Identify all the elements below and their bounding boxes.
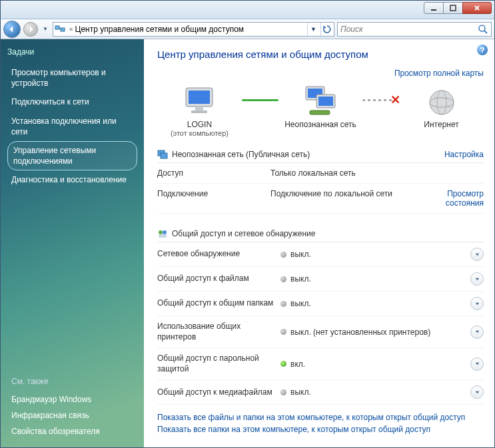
full-map-link[interactable]: Просмотр полной карты — [394, 69, 484, 78]
network-status-icon — [157, 149, 168, 160]
svg-point-4 — [479, 25, 485, 31]
sharing-header-text: Общий доступ и сетевое обнаружение — [172, 229, 315, 238]
breadcrumb-prefix: « — [67, 25, 75, 33]
help-icon[interactable]: ? — [477, 45, 488, 55]
node-internet-name: Интернет — [399, 120, 484, 129]
status-dot-icon — [280, 276, 286, 282]
see-also-firewall[interactable]: Брандмауэр Windows — [7, 391, 137, 407]
svg-rect-6 — [189, 91, 210, 104]
see-also-internet-options[interactable]: Свойства обозревателя — [7, 423, 137, 439]
sharing-setting-value: выкл. — [280, 250, 470, 259]
expand-button[interactable] — [470, 326, 484, 339]
connection-internet: ✕ — [362, 83, 399, 117]
recent-dropdown[interactable]: ▼ — [41, 22, 50, 37]
sharing-status-text: выкл. — [290, 250, 311, 259]
search-box[interactable] — [337, 22, 492, 37]
network-name: Неопознанная сеть (Публичная сеть) — [172, 150, 310, 159]
navigation-bar: ▼ « Центр управления сетями и общим дост… — [1, 19, 494, 39]
node-internet: Интернет — [399, 83, 484, 129]
task-view-computers[interactable]: Просмотр компьютеров и устройств — [7, 63, 137, 93]
task-setup-connection[interactable]: Установка подключения или сети — [7, 112, 137, 141]
back-button[interactable] — [3, 21, 21, 38]
sharing-row: Общий доступ с парольной защитойвкл. — [157, 348, 484, 380]
sharing-setting-value: выкл. — [280, 387, 470, 397]
show-shared-folders-link[interactable]: Показать все папки на этом компьютере, к… — [157, 425, 430, 434]
sharing-section-header: Общий доступ и сетевое обнаружение — [157, 226, 484, 242]
computer-icon — [182, 85, 217, 117]
sharing-status-text: выкл. — [290, 274, 311, 284]
sharing-row: Общий доступ к медиафайламвыкл. — [157, 380, 484, 405]
footer-links: Показать все файлы и папки на этом компь… — [157, 413, 484, 434]
access-value: Только локальная сеть — [270, 168, 430, 178]
sharing-row: Общий доступ к общим папкамвыкл. — [157, 292, 484, 316]
task-connect-network[interactable]: Подключиться к сети — [7, 93, 137, 111]
connection-label: Подключение — [157, 189, 270, 208]
sharing-setting-label: Общий доступ к общим папкам — [157, 298, 280, 309]
sharing-setting-value: выкл. — [280, 274, 470, 284]
network-icon — [303, 85, 338, 117]
see-also-infrared[interactable]: Инфракрасная связь — [7, 407, 137, 423]
sharing-icon — [157, 228, 168, 239]
sharing-row: Сетевое обнаружениевыкл. — [157, 242, 484, 267]
breadcrumb-text: Центр управления сетями и общим доступом — [75, 25, 307, 34]
svg-point-20 — [163, 230, 167, 234]
svg-point-14 — [430, 91, 454, 114]
expand-button[interactable] — [470, 297, 484, 310]
expand-button[interactable] — [470, 248, 484, 261]
sharing-setting-label: Общий доступ с парольной защитой — [157, 353, 280, 374]
sharing-setting-value: вкл. — [280, 359, 470, 369]
window-controls — [424, 2, 492, 14]
svg-rect-7 — [195, 107, 203, 111]
task-manage-connections[interactable]: Управление сетевыми подключениями — [7, 141, 137, 170]
status-dot-icon — [280, 389, 286, 395]
forward-button[interactable] — [23, 22, 38, 37]
node-network-name: Неопознанная сеть — [278, 120, 363, 129]
sharing-status-text: выкл. (нет установленных принтеров) — [290, 328, 430, 337]
search-icon — [478, 24, 488, 35]
connection-value: Подключение по локальной сети — [270, 189, 430, 208]
svg-point-19 — [159, 230, 163, 234]
node-pc-sub: (этот компьютер) — [157, 129, 242, 137]
task-diagnose-repair[interactable]: Диагностика и восстановление — [7, 170, 137, 189]
sharing-setting-value: выкл. (нет установленных принтеров) — [280, 328, 470, 337]
sharing-status-text: выкл. — [290, 299, 311, 308]
network-section-header: Неопознанная сеть (Публичная сеть) Настр… — [157, 146, 484, 163]
status-dot-icon — [280, 361, 286, 367]
sharing-row: Общий доступ к файламвыкл. — [157, 267, 484, 292]
expand-button[interactable] — [470, 385, 484, 399]
svg-rect-2 — [55, 26, 59, 29]
access-label: Доступ — [157, 168, 270, 178]
broken-x-icon: ✕ — [390, 93, 400, 107]
sharing-setting-label: Общий доступ к файлам — [157, 274, 280, 284]
minimize-button[interactable] — [424, 2, 444, 14]
tasks-header: Задачи — [7, 47, 137, 57]
search-input[interactable] — [340, 25, 478, 34]
show-shared-files-link[interactable]: Показать все файлы и папки на этом компь… — [157, 413, 465, 422]
expand-button[interactable] — [470, 357, 484, 371]
page-title: Центр управления сетями и общим доступом — [157, 49, 484, 60]
sharing-row: Использование общих принтероввыкл. (нет … — [157, 316, 484, 348]
node-this-pc: LOGIN (этот компьютер) — [157, 83, 242, 137]
status-dot-icon — [280, 252, 286, 258]
content-pane: ? Центр управления сетями и общим доступ… — [144, 39, 494, 447]
maximize-button[interactable] — [443, 2, 463, 14]
svg-rect-13 — [310, 111, 330, 114]
sharing-status-text: вкл. — [290, 359, 305, 369]
address-dropdown[interactable]: ▼ — [307, 23, 319, 36]
window-frame: ▼ « Центр управления сетями и общим дост… — [0, 0, 495, 448]
expand-button[interactable] — [470, 272, 484, 286]
address-bar[interactable]: « Центр управления сетями и общим доступ… — [53, 22, 334, 37]
svg-rect-12 — [318, 97, 333, 106]
svg-rect-18 — [161, 153, 167, 158]
network-settings-link[interactable]: Настройка — [444, 150, 484, 159]
svg-rect-1 — [450, 5, 456, 11]
close-button[interactable] — [462, 2, 492, 14]
refresh-button[interactable] — [320, 23, 332, 36]
svg-rect-21 — [159, 234, 167, 238]
view-status-link[interactable]: Просмотр состояния — [446, 189, 484, 208]
sharing-setting-label: Общий доступ к медиафайлам — [157, 387, 280, 398]
sharing-setting-label: Использование общих принтеров — [157, 322, 280, 342]
svg-rect-0 — [431, 9, 436, 11]
status-dot-icon — [280, 329, 286, 335]
sharing-setting-label: Сетевое обнаружение — [157, 249, 280, 260]
